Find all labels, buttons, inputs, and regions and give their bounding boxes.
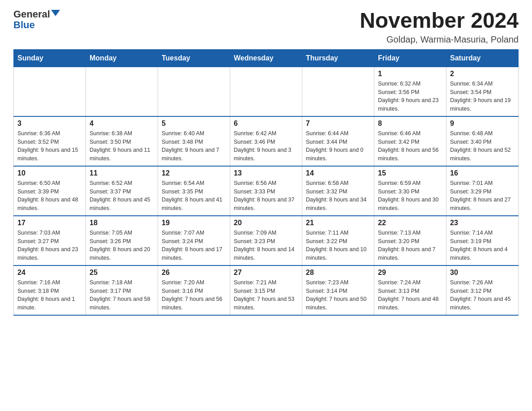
day-number: 12 (162, 169, 226, 177)
column-header-saturday: Saturday (446, 49, 519, 67)
calendar-cell: 15Sunrise: 6:59 AMSunset: 3:30 PMDayligh… (374, 166, 446, 216)
day-info: Sunrise: 6:59 AMSunset: 3:30 PMDaylight:… (378, 179, 442, 213)
day-info: Sunrise: 6:56 AMSunset: 3:33 PMDaylight:… (234, 179, 298, 213)
calendar-cell: 13Sunrise: 6:56 AMSunset: 3:33 PMDayligh… (230, 166, 302, 216)
column-header-friday: Friday (374, 49, 446, 67)
calendar-header-row: SundayMondayTuesdayWednesdayThursdayFrid… (14, 49, 519, 67)
day-number: 5 (162, 120, 226, 128)
day-number: 21 (306, 219, 370, 227)
calendar-cell: 26Sunrise: 7:20 AMSunset: 3:16 PMDayligh… (158, 265, 230, 315)
calendar-cell (158, 67, 230, 116)
calendar-cell (14, 67, 86, 116)
calendar-cell: 2Sunrise: 6:34 AMSunset: 3:54 PMDaylight… (446, 67, 519, 116)
calendar-cell: 23Sunrise: 7:14 AMSunset: 3:19 PMDayligh… (446, 216, 519, 265)
day-number: 23 (450, 219, 515, 227)
logo: General Blue (13, 9, 60, 30)
calendar-cell: 12Sunrise: 6:54 AMSunset: 3:35 PMDayligh… (158, 166, 230, 216)
day-number: 16 (450, 169, 515, 177)
day-number: 19 (162, 219, 226, 227)
day-info: Sunrise: 7:09 AMSunset: 3:23 PMDaylight:… (234, 229, 298, 262)
day-number: 8 (378, 120, 442, 128)
day-info: Sunrise: 6:32 AMSunset: 3:56 PMDaylight:… (378, 80, 442, 113)
day-info: Sunrise: 7:13 AMSunset: 3:20 PMDaylight:… (378, 229, 442, 262)
day-info: Sunrise: 6:54 AMSunset: 3:35 PMDaylight:… (162, 179, 226, 213)
day-number: 2 (450, 70, 515, 78)
day-info: Sunrise: 7:23 AMSunset: 3:14 PMDaylight:… (306, 278, 370, 312)
column-header-tuesday: Tuesday (158, 49, 230, 67)
day-info: Sunrise: 6:46 AMSunset: 3:42 PMDaylight:… (378, 129, 442, 163)
calendar-cell: 4Sunrise: 6:38 AMSunset: 3:50 PMDaylight… (86, 116, 158, 166)
day-info: Sunrise: 6:36 AMSunset: 3:52 PMDaylight:… (17, 129, 82, 163)
day-info: Sunrise: 7:11 AMSunset: 3:22 PMDaylight:… (306, 229, 370, 262)
day-number: 18 (90, 219, 154, 227)
calendar-cell (230, 67, 302, 116)
logo-blue: Blue (13, 20, 35, 30)
calendar-week-4: 17Sunrise: 7:03 AMSunset: 3:27 PMDayligh… (14, 216, 519, 265)
day-info: Sunrise: 7:14 AMSunset: 3:19 PMDaylight:… (450, 229, 515, 262)
day-info: Sunrise: 6:44 AMSunset: 3:44 PMDaylight:… (306, 129, 370, 163)
day-info: Sunrise: 7:05 AMSunset: 3:26 PMDaylight:… (90, 229, 154, 262)
column-header-wednesday: Wednesday (230, 49, 302, 67)
calendar-cell: 8Sunrise: 6:46 AMSunset: 3:42 PMDaylight… (374, 116, 446, 166)
day-info: Sunrise: 7:07 AMSunset: 3:24 PMDaylight:… (162, 229, 226, 262)
calendar-week-1: 1Sunrise: 6:32 AMSunset: 3:56 PMDaylight… (14, 67, 519, 116)
calendar-cell: 1Sunrise: 6:32 AMSunset: 3:56 PMDaylight… (374, 67, 446, 116)
page-header: General Blue November 2024 Goldap, Warmi… (13, 9, 519, 45)
calendar-cell: 19Sunrise: 7:07 AMSunset: 3:24 PMDayligh… (158, 216, 230, 265)
calendar-cell: 9Sunrise: 6:48 AMSunset: 3:40 PMDaylight… (446, 116, 519, 166)
day-info: Sunrise: 6:42 AMSunset: 3:46 PMDaylight:… (234, 129, 298, 163)
day-info: Sunrise: 6:50 AMSunset: 3:39 PMDaylight:… (17, 179, 82, 213)
day-info: Sunrise: 6:40 AMSunset: 3:48 PMDaylight:… (162, 129, 226, 163)
day-info: Sunrise: 7:16 AMSunset: 3:18 PMDaylight:… (17, 278, 82, 312)
day-info: Sunrise: 7:21 AMSunset: 3:15 PMDaylight:… (234, 278, 298, 312)
day-info: Sunrise: 7:01 AMSunset: 3:29 PMDaylight:… (450, 179, 515, 213)
day-info: Sunrise: 7:18 AMSunset: 3:17 PMDaylight:… (90, 278, 154, 312)
day-number: 25 (90, 269, 154, 277)
calendar-cell: 27Sunrise: 7:21 AMSunset: 3:15 PMDayligh… (230, 265, 302, 315)
calendar-week-2: 3Sunrise: 6:36 AMSunset: 3:52 PMDaylight… (14, 116, 519, 166)
day-info: Sunrise: 7:03 AMSunset: 3:27 PMDaylight:… (17, 229, 82, 262)
calendar-cell: 18Sunrise: 7:05 AMSunset: 3:26 PMDayligh… (86, 216, 158, 265)
calendar-cell: 28Sunrise: 7:23 AMSunset: 3:14 PMDayligh… (302, 265, 374, 315)
calendar-cell: 7Sunrise: 6:44 AMSunset: 3:44 PMDaylight… (302, 116, 374, 166)
day-info: Sunrise: 6:34 AMSunset: 3:54 PMDaylight:… (450, 80, 515, 113)
calendar-cell (302, 67, 374, 116)
calendar-title: November 2024 (360, 9, 519, 33)
day-number: 13 (234, 169, 298, 177)
day-number: 7 (306, 120, 370, 128)
calendar-cell: 20Sunrise: 7:09 AMSunset: 3:23 PMDayligh… (230, 216, 302, 265)
calendar-cell: 24Sunrise: 7:16 AMSunset: 3:18 PMDayligh… (14, 265, 86, 315)
day-info: Sunrise: 6:58 AMSunset: 3:32 PMDaylight:… (306, 179, 370, 213)
day-info: Sunrise: 7:20 AMSunset: 3:16 PMDaylight:… (162, 278, 226, 312)
calendar-cell: 21Sunrise: 7:11 AMSunset: 3:22 PMDayligh… (302, 216, 374, 265)
calendar-week-3: 10Sunrise: 6:50 AMSunset: 3:39 PMDayligh… (14, 166, 519, 216)
day-info: Sunrise: 7:24 AMSunset: 3:13 PMDaylight:… (378, 278, 442, 312)
day-number: 4 (90, 120, 154, 128)
calendar-cell: 6Sunrise: 6:42 AMSunset: 3:46 PMDaylight… (230, 116, 302, 166)
column-header-monday: Monday (86, 49, 158, 67)
calendar-cell: 3Sunrise: 6:36 AMSunset: 3:52 PMDaylight… (14, 116, 86, 166)
calendar-table: SundayMondayTuesdayWednesdayThursdayFrid… (13, 49, 519, 316)
calendar-subtitle: Goldap, Warmia-Masuria, Poland (360, 34, 519, 45)
day-info: Sunrise: 6:48 AMSunset: 3:40 PMDaylight:… (450, 129, 515, 163)
logo-triangle-icon (51, 10, 60, 16)
column-header-sunday: Sunday (14, 49, 86, 67)
day-number: 20 (234, 219, 298, 227)
day-info: Sunrise: 6:38 AMSunset: 3:50 PMDaylight:… (90, 129, 154, 163)
day-number: 29 (378, 269, 442, 277)
calendar-week-5: 24Sunrise: 7:16 AMSunset: 3:18 PMDayligh… (14, 265, 519, 315)
calendar-cell: 10Sunrise: 6:50 AMSunset: 3:39 PMDayligh… (14, 166, 86, 216)
calendar-cell: 5Sunrise: 6:40 AMSunset: 3:48 PMDaylight… (158, 116, 230, 166)
day-number: 27 (234, 269, 298, 277)
day-info: Sunrise: 7:26 AMSunset: 3:12 PMDaylight:… (450, 278, 515, 312)
day-number: 3 (17, 120, 82, 128)
day-number: 10 (17, 169, 82, 177)
calendar-cell: 14Sunrise: 6:58 AMSunset: 3:32 PMDayligh… (302, 166, 374, 216)
calendar-cell: 22Sunrise: 7:13 AMSunset: 3:20 PMDayligh… (374, 216, 446, 265)
day-number: 11 (90, 169, 154, 177)
day-number: 24 (17, 269, 82, 277)
day-number: 9 (450, 120, 515, 128)
title-block: November 2024 Goldap, Warmia-Masuria, Po… (360, 9, 519, 45)
day-info: Sunrise: 6:52 AMSunset: 3:37 PMDaylight:… (90, 179, 154, 213)
calendar-cell: 25Sunrise: 7:18 AMSunset: 3:17 PMDayligh… (86, 265, 158, 315)
